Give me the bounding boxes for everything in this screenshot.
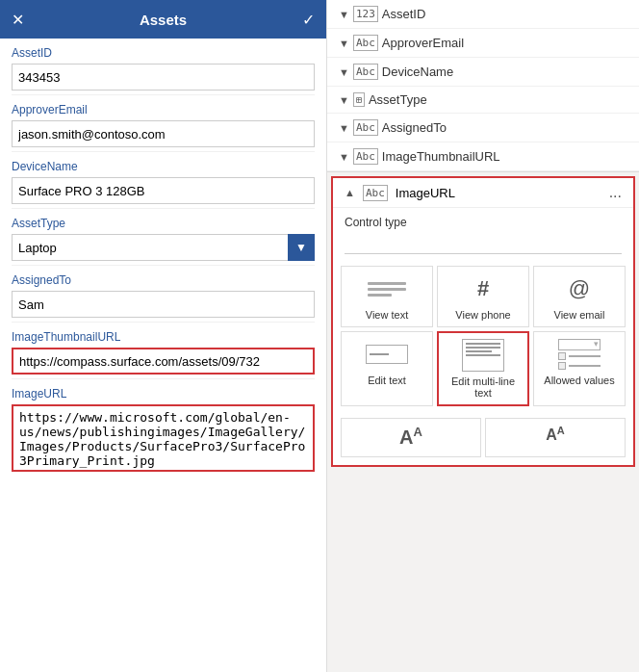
left-panel: ✕ Assets ✓ AssetID ApproverEmail DeviceN…: [0, 0, 327, 672]
viewtext-icon: [360, 272, 414, 305]
field-input-approveremail[interactable]: [12, 120, 315, 147]
type-icon-assetid: 123: [353, 6, 378, 22]
select-assettype[interactable]: Laptop Desktop Tablet Phone: [12, 234, 315, 261]
field-group-devicename: DeviceName: [0, 152, 326, 208]
left-content: AssetID ApproverEmail DeviceName AssetTy…: [0, 39, 326, 672]
field-label-approveremail: ApproverEmail: [12, 103, 315, 116]
field-input-devicename[interactable]: [12, 177, 315, 204]
list-item-assignedto[interactable]: ▼ Abc AssignedTo: [327, 114, 639, 142]
field-name-devicename: DeviceName: [382, 65, 453, 79]
type-icon-approveremail: Abc: [353, 35, 378, 51]
field-name-approveremail: ApproverEmail: [382, 36, 464, 50]
expanded-field-name: ImageURL: [396, 186, 455, 200]
font-item-small[interactable]: AA: [485, 418, 626, 457]
control-label-editmultiline: Edit multi-line text: [443, 375, 524, 399]
viewphone-icon: #: [456, 272, 510, 305]
control-label-viewphone: View phone: [455, 309, 510, 321]
control-label-viewtext: View text: [366, 309, 408, 321]
field-label-imageurl: ImageURL: [12, 387, 315, 401]
field-input-imagethumbnailurl[interactable]: [12, 348, 315, 375]
field-group-assetid: AssetID: [0, 39, 326, 94]
expanded-section-imageurl: ▲ Abc ImageURL ... Control type: [331, 176, 635, 467]
field-input-imageurl[interactable]: https://www.microsoft.com/global/en-us/n…: [12, 404, 315, 472]
chevron-icon-approveremail: ▼: [339, 38, 349, 49]
chevron-expanded-icon[interactable]: ▲: [345, 187, 355, 198]
control-type-input[interactable]: [345, 235, 622, 254]
viewemail-icon: @: [552, 272, 606, 305]
expanded-header: ▲ Abc ImageURL ...: [333, 178, 633, 208]
edittext-icon: [360, 338, 414, 371]
field-group-imagethumbnailurl: ImageThumbnailURL: [0, 323, 326, 378]
expanded-header-left: ▲ Abc ImageURL: [345, 185, 455, 201]
list-item-assetid[interactable]: ▼ 123 AssetID: [327, 0, 639, 29]
field-group-assettype: AssetType Laptop Desktop Tablet Phone ▼: [0, 209, 326, 265]
type-icon-assettype: ⊞: [353, 92, 365, 107]
field-label-devicename: DeviceName: [12, 160, 315, 173]
right-panel: ▼ 123 AssetID ▼ Abc ApproverEmail ▼ Abc …: [327, 0, 639, 672]
font-small-icon: AA: [546, 425, 565, 444]
font-large-icon: AA: [399, 425, 422, 449]
list-item-assettype[interactable]: ▼ ⊞ AssetType: [327, 87, 639, 114]
field-label-assignedto: AssignedTo: [12, 273, 315, 287]
control-item-edittext[interactable]: Edit text: [341, 331, 433, 406]
type-icon-imagethumbnailurl: Abc: [353, 148, 378, 165]
control-item-viewtext[interactable]: View text: [341, 266, 433, 327]
control-item-viewphone[interactable]: # View phone: [437, 266, 529, 327]
control-grid: View text # View phone @ View email: [333, 262, 633, 414]
field-input-assignedto[interactable]: [12, 291, 315, 318]
type-icon-assignedto: Abc: [353, 119, 378, 136]
left-header: ✕ Assets ✓: [0, 0, 326, 39]
control-label-allowedvalues: Allowed values: [544, 375, 614, 386]
panel-title: Assets: [140, 12, 187, 28]
field-label-assettype: AssetType: [12, 217, 315, 230]
control-item-allowedvalues[interactable]: Allowed values: [533, 331, 626, 406]
type-icon-imageurl: Abc: [363, 185, 388, 201]
field-name-imagethumbnailurl: ImageThumbnailURL: [382, 149, 500, 164]
control-label-viewemail: View email: [554, 309, 605, 321]
chevron-icon-assetid: ▼: [339, 9, 349, 20]
chevron-icon-devicename: ▼: [339, 66, 349, 78]
field-label-imagethumbnailurl: ImageThumbnailURL: [12, 330, 315, 344]
control-type-section: Control type: [333, 208, 633, 262]
field-group-imageurl: ImageURL https://www.microsoft.com/globa…: [0, 379, 326, 478]
editmultiline-icon: [456, 339, 510, 372]
font-item-large[interactable]: AA: [341, 418, 481, 457]
type-icon-devicename: Abc: [353, 64, 378, 80]
chevron-icon-imagethumbnailurl: ▼: [339, 151, 349, 163]
field-group-approveremail: ApproverEmail: [0, 95, 326, 151]
field-name-assettype: AssetType: [369, 92, 427, 107]
list-item-imagethumbnailurl[interactable]: ▼ Abc ImageThumbnailURL: [327, 142, 639, 171]
field-name-assetid: AssetID: [382, 7, 426, 21]
field-label-assetid: AssetID: [12, 46, 315, 60]
font-row: AA AA: [333, 414, 633, 465]
control-item-viewemail[interactable]: @ View email: [533, 266, 626, 327]
close-icon[interactable]: ✕: [12, 11, 24, 29]
select-wrapper-assettype: Laptop Desktop Tablet Phone ▼: [12, 234, 315, 261]
more-options-icon[interactable]: ...: [609, 184, 622, 201]
field-input-assetid[interactable]: [12, 64, 315, 90]
list-item-approveremail[interactable]: ▼ Abc ApproverEmail: [327, 29, 639, 58]
list-item-devicename[interactable]: ▼ Abc DeviceName: [327, 58, 639, 87]
allowedvalues-icon: [552, 338, 606, 371]
field-name-assignedto: AssignedTo: [382, 120, 447, 135]
control-label-edittext: Edit text: [368, 375, 406, 386]
right-fields-list: ▼ 123 AssetID ▼ Abc ApproverEmail ▼ Abc …: [327, 0, 639, 172]
control-type-label: Control type: [345, 216, 622, 229]
field-group-assignedto: AssignedTo: [0, 266, 326, 322]
control-item-editmultiline[interactable]: Edit multi-line text: [437, 331, 529, 406]
chevron-icon-assignedto: ▼: [339, 122, 349, 134]
chevron-icon-assettype: ▼: [339, 94, 349, 106]
check-icon[interactable]: ✓: [302, 11, 315, 29]
